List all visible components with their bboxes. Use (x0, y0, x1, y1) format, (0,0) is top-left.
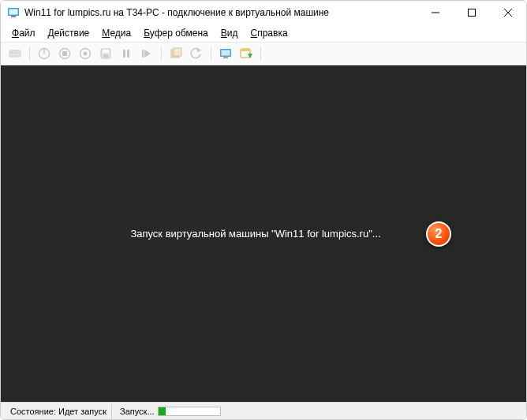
svg-rect-14 (62, 51, 67, 56)
menu-clipboard[interactable]: Буфер обмена (139, 26, 213, 40)
svg-marker-23 (144, 50, 151, 58)
progress-bar (158, 407, 221, 416)
svg-rect-4 (469, 9, 476, 17)
status-phase-label: Запуск... (120, 407, 155, 416)
toolbar-separator (211, 46, 211, 61)
annotation-badge-2: 2 (426, 221, 451, 247)
menubar: Файл Действие Медиа Буфер обмена Вид Спр… (1, 24, 526, 42)
progress-fill (159, 407, 166, 415)
menu-help[interactable]: Справка (246, 26, 293, 40)
svg-rect-22 (142, 50, 144, 58)
svg-rect-29 (223, 58, 228, 59)
svg-rect-19 (103, 54, 108, 58)
window-title: Win11 for lumpics.ru на T34-PC - подключ… (24, 7, 417, 18)
toolbar-separator (29, 46, 30, 61)
svg-marker-26 (197, 48, 201, 52)
share-button[interactable] (237, 44, 256, 63)
close-button[interactable] (490, 1, 526, 24)
toolbar-separator (260, 46, 261, 61)
menu-action[interactable]: Действие (43, 26, 95, 40)
status-state-value: Идет запуск (58, 407, 107, 416)
svg-point-16 (84, 52, 88, 56)
toolbar-separator (161, 46, 162, 61)
svg-rect-8 (11, 52, 13, 54)
menu-file[interactable]: Файл (7, 26, 40, 40)
status-state-label: Состояние: (10, 407, 56, 416)
vm-viewport: Запуск виртуальной машины "Win11 for lum… (1, 65, 526, 402)
svg-rect-9 (13, 52, 15, 54)
minimize-button[interactable] (417, 1, 454, 24)
svg-rect-18 (103, 50, 109, 53)
statusbar: Состояние: Идет запуск Запуск... (1, 402, 526, 419)
toolbar (1, 42, 526, 65)
svg-rect-31 (241, 49, 250, 51)
start-button[interactable] (35, 44, 54, 63)
svg-rect-2 (11, 16, 16, 17)
svg-rect-10 (16, 52, 17, 54)
checkpoint-button[interactable] (166, 44, 185, 63)
turnoff-button[interactable] (55, 44, 74, 63)
svg-rect-25 (174, 48, 181, 56)
svg-rect-28 (222, 50, 230, 56)
app-icon (7, 6, 20, 19)
svg-rect-21 (127, 50, 129, 58)
svg-rect-1 (9, 9, 18, 15)
status-phase-cell: Запуск... (115, 404, 226, 418)
status-state-cell: Состояние: Идет запуск (6, 404, 112, 418)
reset-button[interactable] (137, 44, 156, 63)
shutdown-button[interactable] (76, 44, 95, 63)
enhanced-session-button[interactable] (216, 44, 235, 63)
maximize-button[interactable] (454, 1, 490, 24)
menu-media[interactable]: Медиа (97, 26, 136, 40)
ctrl-alt-del-button[interactable] (6, 44, 24, 63)
svg-rect-20 (123, 50, 125, 58)
menu-view[interactable]: Вид (216, 26, 243, 40)
titlebar: Win11 for lumpics.ru на T34-PC - подключ… (1, 1, 526, 24)
pause-button[interactable] (117, 44, 136, 63)
revert-button[interactable] (187, 44, 206, 63)
save-button[interactable] (96, 44, 115, 63)
starting-message: Запуск виртуальной машины "Win11 for lum… (130, 228, 380, 240)
